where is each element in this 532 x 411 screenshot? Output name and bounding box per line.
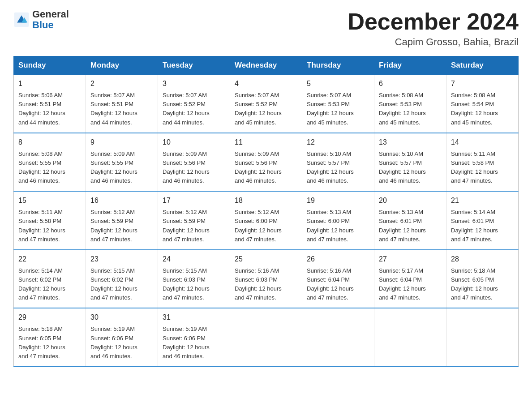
calendar-day-cell: 26 Sunrise: 5:16 AM Sunset: 6:04 PM Dayl… <box>302 250 374 308</box>
calendar-day-cell: 13 Sunrise: 5:10 AM Sunset: 5:57 PM Dayl… <box>374 133 446 192</box>
calendar-day-cell: 11 Sunrise: 5:09 AM Sunset: 5:56 PM Dayl… <box>230 133 302 192</box>
day-info: Sunrise: 5:15 AM Sunset: 6:02 PM Dayligh… <box>90 266 153 303</box>
calendar-day-cell: 22 Sunrise: 5:14 AM Sunset: 6:02 PM Dayl… <box>14 250 86 308</box>
weekday-header-row: Sunday Monday Tuesday Wednesday Thursday… <box>14 56 519 75</box>
header-saturday: Saturday <box>446 56 519 75</box>
day-info: Sunrise: 5:16 AM Sunset: 6:03 PM Dayligh… <box>235 266 297 303</box>
day-info: Sunrise: 5:18 AM Sunset: 6:05 PM Dayligh… <box>451 266 514 303</box>
calendar-day-cell: 15 Sunrise: 5:11 AM Sunset: 5:58 PM Dayl… <box>14 191 86 250</box>
header-tuesday: Tuesday <box>158 56 230 75</box>
day-number: 4 <box>235 78 297 89</box>
day-number: 22 <box>18 254 81 265</box>
calendar-day-cell: 9 Sunrise: 5:09 AM Sunset: 5:55 PM Dayli… <box>86 133 158 192</box>
day-number: 12 <box>307 137 369 148</box>
day-number: 7 <box>451 78 514 89</box>
calendar-day-cell <box>230 308 302 367</box>
calendar-day-cell: 28 Sunrise: 5:18 AM Sunset: 6:05 PM Dayl… <box>446 250 519 308</box>
calendar-week-row: 22 Sunrise: 5:14 AM Sunset: 6:02 PM Dayl… <box>14 250 519 308</box>
calendar-week-row: 15 Sunrise: 5:11 AM Sunset: 5:58 PM Dayl… <box>14 191 519 250</box>
day-info: Sunrise: 5:16 AM Sunset: 6:04 PM Dayligh… <box>307 266 369 303</box>
day-number: 25 <box>235 254 297 265</box>
day-info: Sunrise: 5:15 AM Sunset: 6:03 PM Dayligh… <box>163 266 225 303</box>
header-wednesday: Wednesday <box>230 56 302 75</box>
day-number: 27 <box>379 254 442 265</box>
day-number: 16 <box>90 195 153 206</box>
day-info: Sunrise: 5:11 AM Sunset: 5:58 PM Dayligh… <box>451 150 514 186</box>
calendar-day-cell: 18 Sunrise: 5:12 AM Sunset: 6:00 PM Dayl… <box>230 191 302 250</box>
day-info: Sunrise: 5:12 AM Sunset: 5:59 PM Dayligh… <box>90 208 153 244</box>
logo-text: General Blue <box>32 9 69 30</box>
calendar-table: Sunday Monday Tuesday Wednesday Thursday… <box>13 56 519 367</box>
day-number: 6 <box>379 78 442 89</box>
calendar-day-cell: 24 Sunrise: 5:15 AM Sunset: 6:03 PM Dayl… <box>158 250 230 308</box>
day-info: Sunrise: 5:08 AM Sunset: 5:54 PM Dayligh… <box>451 91 514 127</box>
calendar-day-cell: 7 Sunrise: 5:08 AM Sunset: 5:54 PM Dayli… <box>446 75 519 133</box>
day-info: Sunrise: 5:09 AM Sunset: 5:55 PM Dayligh… <box>90 150 153 186</box>
day-number: 11 <box>235 137 297 148</box>
day-number: 17 <box>163 195 225 206</box>
calendar-day-cell: 17 Sunrise: 5:12 AM Sunset: 5:59 PM Dayl… <box>158 191 230 250</box>
logo-general: General <box>32 9 69 20</box>
day-number: 9 <box>90 137 153 148</box>
day-info: Sunrise: 5:13 AM Sunset: 6:00 PM Dayligh… <box>307 208 369 244</box>
day-number: 2 <box>90 78 153 89</box>
calendar-day-cell: 25 Sunrise: 5:16 AM Sunset: 6:03 PM Dayl… <box>230 250 302 308</box>
calendar-week-row: 1 Sunrise: 5:06 AM Sunset: 5:51 PM Dayli… <box>14 75 519 133</box>
day-info: Sunrise: 5:17 AM Sunset: 6:04 PM Dayligh… <box>379 266 442 303</box>
day-info: Sunrise: 5:08 AM Sunset: 5:55 PM Dayligh… <box>18 150 81 186</box>
day-info: Sunrise: 5:13 AM Sunset: 6:01 PM Dayligh… <box>379 208 442 244</box>
day-info: Sunrise: 5:06 AM Sunset: 5:51 PM Dayligh… <box>18 91 81 127</box>
day-number: 15 <box>18 195 81 206</box>
calendar-day-cell: 21 Sunrise: 5:14 AM Sunset: 6:01 PM Dayl… <box>446 191 519 250</box>
calendar-day-cell: 8 Sunrise: 5:08 AM Sunset: 5:55 PM Dayli… <box>14 133 86 192</box>
day-info: Sunrise: 5:11 AM Sunset: 5:58 PM Dayligh… <box>18 208 81 244</box>
day-info: Sunrise: 5:12 AM Sunset: 5:59 PM Dayligh… <box>163 208 225 244</box>
calendar-day-cell <box>302 308 374 367</box>
day-number: 3 <box>163 78 225 89</box>
calendar-day-cell: 23 Sunrise: 5:15 AM Sunset: 6:02 PM Dayl… <box>86 250 158 308</box>
logo-blue: Blue <box>32 20 69 30</box>
calendar-day-cell: 31 Sunrise: 5:19 AM Sunset: 6:06 PM Dayl… <box>158 308 230 367</box>
month-title: December 2024 <box>348 9 519 34</box>
calendar-week-row: 8 Sunrise: 5:08 AM Sunset: 5:55 PM Dayli… <box>14 133 519 192</box>
day-number: 21 <box>451 195 514 206</box>
calendar-day-cell: 20 Sunrise: 5:13 AM Sunset: 6:01 PM Dayl… <box>374 191 446 250</box>
day-number: 28 <box>451 254 514 265</box>
day-number: 30 <box>90 312 153 323</box>
calendar-day-cell: 12 Sunrise: 5:10 AM Sunset: 5:57 PM Dayl… <box>302 133 374 192</box>
day-number: 18 <box>235 195 297 206</box>
day-number: 29 <box>18 312 81 323</box>
day-info: Sunrise: 5:08 AM Sunset: 5:53 PM Dayligh… <box>379 91 442 127</box>
calendar-day-cell: 10 Sunrise: 5:09 AM Sunset: 5:56 PM Dayl… <box>158 133 230 192</box>
day-info: Sunrise: 5:09 AM Sunset: 5:56 PM Dayligh… <box>163 150 225 186</box>
calendar-day-cell: 2 Sunrise: 5:07 AM Sunset: 5:51 PM Dayli… <box>86 75 158 133</box>
day-number: 14 <box>451 137 514 148</box>
day-number: 19 <box>307 195 369 206</box>
day-info: Sunrise: 5:18 AM Sunset: 6:05 PM Dayligh… <box>18 325 81 361</box>
calendar-day-cell: 4 Sunrise: 5:07 AM Sunset: 5:52 PM Dayli… <box>230 75 302 133</box>
calendar-day-cell: 5 Sunrise: 5:07 AM Sunset: 5:53 PM Dayli… <box>302 75 374 133</box>
header-friday: Friday <box>374 56 446 75</box>
calendar-week-row: 29 Sunrise: 5:18 AM Sunset: 6:05 PM Dayl… <box>14 308 519 367</box>
calendar-day-cell <box>374 308 446 367</box>
calendar-day-cell: 3 Sunrise: 5:07 AM Sunset: 5:52 PM Dayli… <box>158 75 230 133</box>
title-area: December 2024 Capim Grosso, Bahia, Brazi… <box>348 9 519 48</box>
day-number: 24 <box>163 254 225 265</box>
calendar-day-cell: 16 Sunrise: 5:12 AM Sunset: 5:59 PM Dayl… <box>86 191 158 250</box>
calendar-day-cell: 1 Sunrise: 5:06 AM Sunset: 5:51 PM Dayli… <box>14 75 86 133</box>
calendar-day-cell <box>446 308 519 367</box>
day-number: 1 <box>18 78 81 89</box>
day-info: Sunrise: 5:14 AM Sunset: 6:01 PM Dayligh… <box>451 208 514 244</box>
day-info: Sunrise: 5:07 AM Sunset: 5:51 PM Dayligh… <box>90 91 153 127</box>
day-info: Sunrise: 5:07 AM Sunset: 5:53 PM Dayligh… <box>307 91 369 127</box>
day-info: Sunrise: 5:10 AM Sunset: 5:57 PM Dayligh… <box>379 150 442 186</box>
day-number: 26 <box>307 254 369 265</box>
day-number: 13 <box>379 137 442 148</box>
day-info: Sunrise: 5:10 AM Sunset: 5:57 PM Dayligh… <box>307 150 369 186</box>
day-info: Sunrise: 5:19 AM Sunset: 6:06 PM Dayligh… <box>90 325 153 361</box>
day-info: Sunrise: 5:12 AM Sunset: 6:00 PM Dayligh… <box>235 208 297 244</box>
day-number: 31 <box>163 312 225 323</box>
day-number: 5 <box>307 78 369 89</box>
page-header: General Blue December 2024 Capim Grosso,… <box>13 9 519 48</box>
header-sunday: Sunday <box>14 56 86 75</box>
